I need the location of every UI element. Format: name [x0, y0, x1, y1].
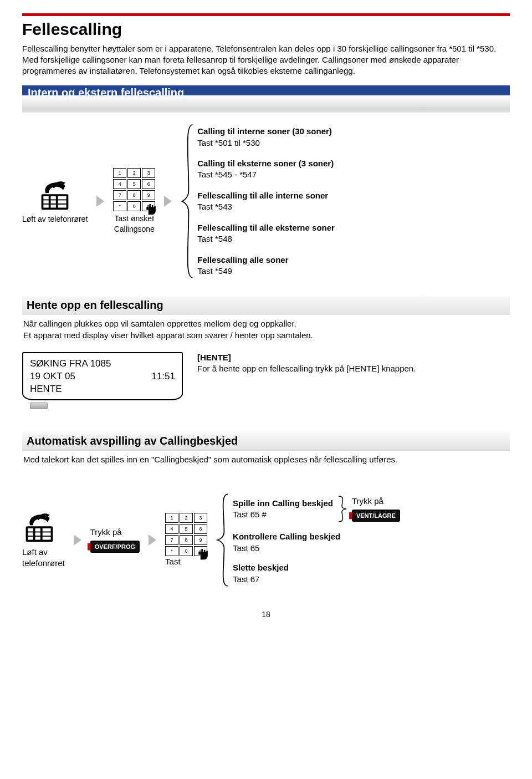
- option-item: Fellescalling til alle eksterne sonerTas…: [197, 222, 335, 245]
- section-intern-ekstern: Intern og ekstern fellescalling: [22, 85, 510, 113]
- key: 9: [142, 190, 155, 200]
- hente-label: [HENTE]: [197, 353, 231, 362]
- flow-intern-ekstern: Løft av telefonrøret 1 2 3 4 5 6 7 8 9 *…: [22, 124, 510, 279]
- section-hente: Hente opp en fellescalling: [22, 296, 510, 315]
- automatisk-desc: Med talekort kan det spilles inn en "Cal…: [22, 454, 510, 465]
- arrow-icon: [74, 534, 81, 546]
- option-title: Fellescalling til alle interne soner: [197, 190, 335, 201]
- keypad-label-2: Callingsone: [114, 225, 155, 233]
- lift-label-1: Løft av: [22, 547, 48, 557]
- brace-right-icon: [337, 495, 347, 523]
- intro-text: Fellescalling benytter høyttaler som er …: [22, 43, 510, 77]
- option-item: Slette beskjedTast 67: [233, 562, 400, 585]
- hand-icon: [195, 545, 212, 561]
- vent-lagre-step: Trykk på VENT/LAGRE: [352, 496, 400, 522]
- hand-icon: [143, 200, 160, 216]
- option-code: Tast *543: [197, 202, 232, 211]
- brace-icon: [216, 493, 229, 587]
- phone-display: SØKING FRA 1085 19 OKT 05 11:51 HENTE: [22, 352, 183, 400]
- key: 5: [180, 524, 193, 534]
- key: 8: [127, 190, 141, 200]
- arrow-icon: [149, 534, 156, 546]
- display-module: SØKING FRA 1085 19 OKT 05 11:51 HENTE [H…: [22, 352, 510, 409]
- option-title: Fellescalling til alle eksterne soner: [197, 222, 335, 233]
- arrow-icon: [164, 196, 172, 207]
- lift-label-2: telefonrøret: [22, 558, 65, 568]
- press-overf: Trykk på OVERF/PROG: [90, 527, 140, 553]
- option-code: Tast 65: [233, 543, 259, 553]
- record-options-list: Spille inn Calling beskjedTast 65 # Tryk…: [229, 493, 400, 587]
- display-date: 19 OKT 05: [30, 370, 75, 383]
- option-code: Tast *501 til *530: [197, 138, 260, 147]
- lift-handset: Løft av telefonrøret: [22, 179, 88, 225]
- key: 0: [127, 201, 141, 211]
- softkey-button[interactable]: [30, 403, 48, 409]
- key: 3: [194, 513, 207, 523]
- hente-desc: Når callingen plukkes opp vil samtalen o…: [22, 318, 510, 341]
- key: 9: [194, 535, 207, 545]
- page-number: 18: [22, 609, 510, 620]
- display-line1: SØKING FRA 1085: [30, 358, 175, 370]
- phone-icon: [38, 179, 72, 212]
- key: 1: [165, 513, 178, 523]
- option-item: Fellescalling til alle interne sonerTast…: [197, 190, 335, 213]
- page-title: Fellescalling: [22, 18, 510, 41]
- option-title: Kontrollere Calling beskjed: [233, 531, 400, 542]
- press-label: Trykk på: [352, 496, 400, 507]
- lift-handset: Løft av telefonrøret: [22, 511, 65, 569]
- overf-prog-button[interactable]: OVERF/PROG: [90, 541, 140, 553]
- top-rule: [22, 13, 510, 16]
- option-title: Fellescalling alle soner: [197, 254, 335, 266]
- key: 3: [142, 168, 155, 178]
- keypad-step: 1 2 3 4 5 6 7 8 9 * 0 # Tast ønsket Call…: [113, 168, 155, 235]
- display-line3: HENTE: [30, 383, 175, 396]
- keypad-icon: 1 2 3 4 5 6 7 8 9 * 0 #: [113, 168, 155, 211]
- option-code: Tast *545 - *547: [197, 170, 257, 179]
- lift-label: Løft av telefonrøret: [22, 214, 88, 225]
- keypad-label: Tast ønsket Callingsone: [114, 213, 155, 235]
- option-item: Spille inn Calling beskjedTast 65 #: [233, 498, 333, 521]
- key: 6: [194, 524, 207, 534]
- key: 2: [127, 168, 141, 178]
- section-title: Intern og ekstern fellescalling: [28, 86, 184, 99]
- option-item: Calling til eksterne soner (3 soner)Tast…: [197, 158, 335, 181]
- hente-text: For å hente opp en fellescalling trykk p…: [197, 364, 416, 373]
- option-with-vent: Spille inn Calling beskjedTast 65 # Tryk…: [233, 495, 400, 523]
- key: 0: [180, 546, 193, 556]
- option-code: Tast *549: [197, 266, 232, 276]
- key: 8: [180, 535, 193, 545]
- keypad-step: 1 2 3 4 5 6 7 8 9 * 0 # Tast: [165, 513, 207, 567]
- option-title: Calling til eksterne soner (3 soner): [197, 158, 335, 169]
- key: *: [165, 546, 178, 556]
- arrow-icon: [96, 196, 104, 207]
- vent-lagre-button[interactable]: VENT/LAGRE: [352, 510, 400, 522]
- key: 1: [113, 168, 126, 178]
- options-brace: Calling til interne soner (30 soner)Tast…: [181, 124, 335, 279]
- key: 7: [165, 535, 178, 545]
- option-title: Spille inn Calling beskjed: [233, 498, 333, 509]
- section-automatisk: Automatisk avspilling av Callingbeskjed: [22, 431, 510, 451]
- option-code: Tast *548: [197, 234, 232, 243]
- display-time: 11:51: [151, 370, 175, 383]
- press-label: Trykk på: [90, 527, 140, 538]
- option-title: Slette beskjed: [233, 562, 400, 573]
- key: *: [113, 201, 126, 211]
- key: 7: [113, 190, 126, 200]
- record-options-brace: Spille inn Calling beskjedTast 65 # Tryk…: [216, 493, 400, 587]
- key: 6: [142, 179, 155, 189]
- option-item: Calling til interne soner (30 soner)Tast…: [197, 126, 335, 149]
- key: 2: [180, 513, 193, 523]
- display-line2: 19 OKT 05 11:51: [30, 370, 175, 383]
- option-title: Calling til interne soner (30 soner): [197, 126, 335, 137]
- option-item: Fellescalling alle sonerTast *549: [197, 254, 335, 277]
- lift-label: Løft av telefonrøret: [22, 547, 65, 569]
- key: 4: [113, 179, 126, 189]
- option-item: Kontrollere Calling beskjedTast 65: [233, 531, 400, 554]
- hente-instruction: [HENTE] For å hente opp en fellescalling…: [197, 352, 510, 375]
- keypad-icon: 1 2 3 4 5 6 7 8 9 * 0 #: [165, 513, 207, 556]
- option-code: Tast 67: [233, 574, 259, 584]
- option-code: Tast 65 #: [233, 510, 267, 519]
- key: 4: [165, 524, 178, 534]
- brace-icon: [181, 124, 194, 279]
- options-list: Calling til interne soner (30 soner)Tast…: [194, 124, 335, 279]
